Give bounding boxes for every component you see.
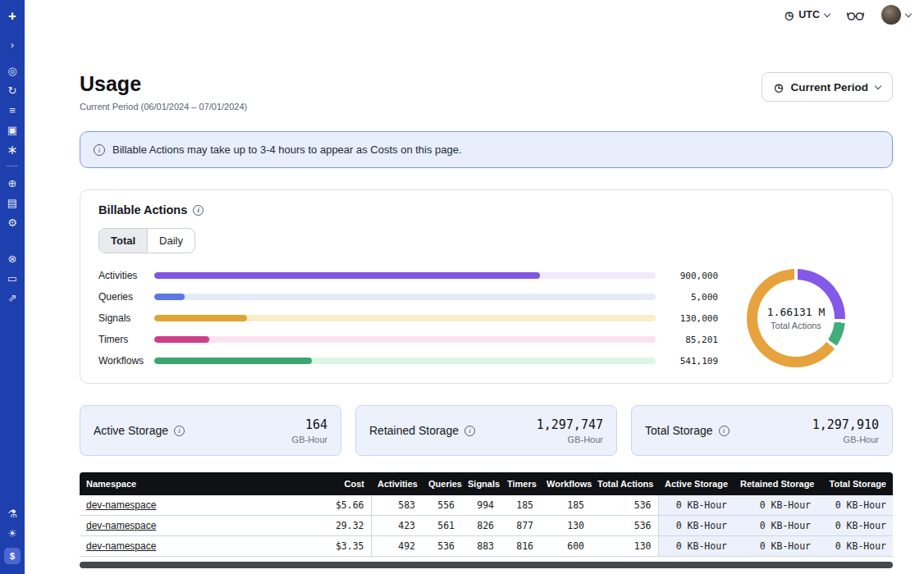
- deployments-icon[interactable]: ▣: [0, 120, 25, 139]
- table-row: dev-namespace 29.32 423 561 826 877 130 …: [80, 516, 893, 536]
- queries-cell: 556: [422, 495, 461, 516]
- billing-icon[interactable]: ▤: [0, 193, 25, 212]
- bar-label: Workflows: [98, 355, 154, 367]
- bar-row: Queries 5,000: [98, 286, 718, 308]
- getting-started-icon[interactable]: ⇗: [0, 288, 25, 308]
- docs-icon[interactable]: ▭: [0, 268, 25, 288]
- total-storage-card: Total Storage i 1,297,910 GB-Hour: [631, 405, 893, 456]
- retained-storage-value: 1,297,747: [537, 417, 603, 432]
- timers-cell: 877: [501, 516, 540, 536]
- bar-track: [154, 336, 656, 343]
- cost-cell: 29.32: [285, 516, 371, 536]
- info-icon[interactable]: i: [719, 426, 730, 436]
- page-title: Usage: [80, 72, 247, 96]
- period-selector-button[interactable]: ◷ Current Period: [762, 72, 893, 102]
- bar-value: 130,000: [666, 313, 718, 324]
- timezone-selector[interactable]: ◷ UTC: [784, 9, 830, 21]
- info-icon[interactable]: i: [464, 426, 475, 436]
- col-active-storage: Active Storage: [658, 472, 734, 495]
- donut-center-value: 1.66131 M: [718, 306, 874, 318]
- billable-actions-title: Billable Actions: [98, 203, 187, 216]
- total-storage-cell: 0 KB-Hour: [817, 495, 893, 516]
- tab-daily[interactable]: Daily: [148, 229, 194, 253]
- sidebar-divider: [7, 166, 18, 166]
- retained-storage-card: Retained Storage i 1,297,747 GB-Hour: [355, 405, 617, 456]
- retained-storage-cell: 0 KB-Hour: [734, 516, 817, 536]
- bar-value: 5,000: [666, 292, 718, 303]
- bar-label: Timers: [98, 334, 154, 345]
- active-storage-label: Active Storage: [94, 424, 168, 437]
- settings-gear-icon[interactable]: ⚙: [0, 212, 25, 232]
- bar-label: Signals: [98, 312, 154, 324]
- queries-cell: 561: [422, 516, 461, 536]
- active-storage-cell: 0 KB-Hour: [658, 536, 734, 557]
- billable-actions-tabs: Total Daily: [98, 228, 195, 253]
- bar-value: 541,109: [666, 356, 718, 367]
- table-header-row: Namespace Cost Activities Queries Signal…: [80, 472, 893, 495]
- queries-cell: 536: [422, 536, 461, 557]
- info-icon[interactable]: i: [174, 426, 185, 436]
- bar-value: 900,000: [666, 271, 718, 281]
- bar-fill: [154, 358, 312, 364]
- credits-dollar-icon[interactable]: $: [4, 548, 21, 564]
- namespaces-icon[interactable]: ◎: [0, 61, 25, 80]
- col-total-actions: Total Actions: [591, 472, 658, 495]
- schedules-icon[interactable]: ↻: [0, 80, 25, 100]
- tab-total[interactable]: Total: [99, 229, 148, 253]
- total-storage-cell: 0 KB-Hour: [817, 516, 893, 536]
- glasses-button[interactable]: [846, 9, 865, 21]
- activities-cell: 423: [371, 516, 422, 536]
- temporal-logo-icon[interactable]: +: [8, 7, 16, 26]
- total-storage-cell: 0 KB-Hour: [817, 536, 893, 557]
- bar-row: Timers 85,201: [98, 329, 718, 350]
- col-signals: Signals: [461, 472, 501, 495]
- info-icon[interactable]: i: [193, 205, 204, 216]
- total-storage-label: Total Storage: [645, 424, 713, 437]
- col-activities: Activities: [371, 472, 422, 495]
- namespace-link[interactable]: dev-namespace: [86, 540, 156, 552]
- chevron-down-icon: [875, 82, 881, 89]
- stack-icon[interactable]: ≡: [0, 100, 25, 120]
- bar-track: [154, 294, 656, 300]
- horizontal-scrollbar[interactable]: [80, 562, 893, 568]
- namespace-link[interactable]: dev-namespace: [86, 499, 156, 511]
- bar-label: Activities: [98, 270, 154, 281]
- bar-track: [154, 315, 656, 321]
- stopwatch-icon: ◷: [774, 81, 783, 93]
- col-workflows: Workflows: [540, 472, 591, 495]
- user-avatar: [881, 5, 901, 25]
- signals-cell: 826: [461, 516, 501, 536]
- theme-sun-icon[interactable]: ☀: [0, 523, 25, 543]
- signals-cell: 994: [461, 495, 501, 516]
- support-lifebuoy-icon[interactable]: ⊗: [0, 248, 25, 268]
- sidebar-nav: + › ◎ ↻ ≡ ▣ ∗ ⊕ ▤ ⚙ ⊗ ▭ ⇗ ⚗ ☀ $: [0, 0, 25, 574]
- namespace-link[interactable]: dev-namespace: [86, 520, 156, 531]
- cost-cell: $3.35: [285, 536, 371, 557]
- donut-center-label: Total Actions: [718, 321, 874, 330]
- workflows-cell: 130: [540, 516, 591, 536]
- table-row: dev-namespace $3.35 492 536 883 816 600 …: [80, 536, 893, 557]
- retained-storage-cell: 0 KB-Hour: [734, 536, 817, 557]
- timers-cell: 185: [501, 495, 540, 516]
- info-icon: i: [94, 144, 105, 156]
- col-timers: Timers: [501, 472, 540, 495]
- expand-sidebar-icon[interactable]: ›: [0, 34, 25, 54]
- col-namespace: Namespace: [80, 472, 285, 495]
- user-menu[interactable]: [881, 5, 911, 25]
- active-storage-cell: 0 KB-Hour: [658, 495, 734, 516]
- donut-chart-wrap: 1.66131 M Total Actions: [718, 269, 874, 367]
- active-storage-value: 164: [292, 417, 327, 432]
- nexus-icon[interactable]: ∗: [0, 139, 25, 159]
- labs-flask-icon[interactable]: ⚗: [0, 503, 25, 523]
- storage-summary-row: Active Storage i 164 GB-Hour Retained St…: [80, 405, 893, 456]
- main-content: Usage Current Period (06/01/2024 – 07/01…: [25, 30, 924, 574]
- bar-value: 85,201: [666, 335, 718, 345]
- table-row: dev-namespace $5.66 583 556 994 185 185 …: [80, 495, 893, 516]
- cloud-icon[interactable]: ⊕: [0, 173, 25, 193]
- bar-row: Activities 900,000: [98, 265, 718, 286]
- topbar: ◷ UTC: [25, 0, 924, 30]
- chevron-down-icon: [824, 10, 830, 16]
- bar-row: Signals 130,000: [98, 308, 718, 329]
- active-storage-unit: GB-Hour: [292, 435, 327, 444]
- billable-actions-chart: Activities 900,000 Queries 5,000 Signals…: [98, 265, 874, 371]
